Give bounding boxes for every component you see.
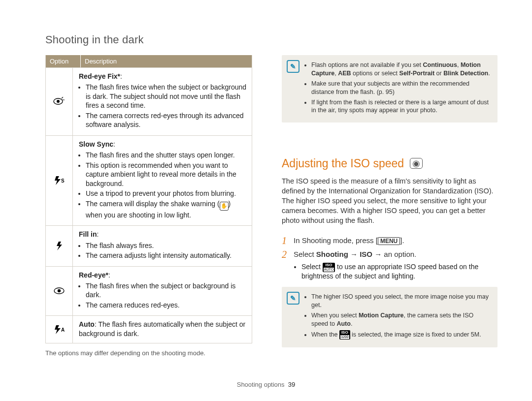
info-icon: ✎	[287, 292, 299, 305]
iso-description: The ISO speed is the measure of a film's…	[282, 176, 498, 225]
info-bullet: The higher ISO speed you select, the mor…	[311, 293, 491, 309]
option-bullet: The camera adjusts light intensity autom…	[86, 251, 247, 260]
shake-warning-icon: ✋	[220, 202, 229, 211]
option-title: Auto	[79, 320, 95, 328]
step-number: 2	[282, 249, 294, 260]
red-eye-fix-icon	[46, 68, 73, 135]
info-bullet: If light from the flash is relected or t…	[311, 98, 491, 115]
svg-text:S: S	[61, 178, 65, 184]
info-box-bottom: ✎ The higher ISO speed you select, the m…	[282, 287, 498, 347]
section-title: Shooting in the dark	[45, 33, 498, 46]
option-title: Fill in	[79, 230, 97, 238]
svg-point-4	[58, 289, 61, 292]
header-option: Option	[46, 55, 81, 67]
header-description: Description	[81, 55, 252, 67]
info-box-top: ✎ Flash options are not available if you…	[282, 55, 498, 123]
table-row: Red-eye Fix*: The flash fires twice when…	[46, 67, 252, 135]
info-bullet: Flash options are not available if you s…	[311, 61, 491, 78]
camera-mode-icon: ◉	[410, 158, 423, 169]
option-bullet: This option is recommended when you want…	[86, 161, 247, 188]
option-bullet: The flash fires and the shutter stays op…	[86, 151, 247, 159]
option-title: Red-eye Fix*	[79, 72, 120, 80]
option-description: Slow Sync: The flash fires and the shutt…	[73, 136, 252, 225]
manual-page: Shooting in the dark Option Description	[0, 0, 532, 401]
iso-3200-icon: ISO3200	[339, 330, 350, 339]
option-bullet: The flash fires when the subject or back…	[86, 281, 247, 300]
svg-text:A: A	[61, 327, 65, 333]
option-description: Red-eye Fix*: The flash fires twice when…	[73, 68, 252, 135]
right-column: ✎ Flash options are not available if you…	[282, 55, 498, 357]
page-number: 39	[288, 381, 295, 388]
step-2-sub: Select ISOAUTO to use an appropriate ISO…	[294, 263, 498, 280]
table-row: A Auto: The flash fires automatically wh…	[46, 315, 252, 343]
option-title: Red-eye*	[79, 271, 108, 279]
steps-list: 1 In Shooting mode, press [MENU]. 2 Sele…	[282, 235, 498, 260]
option-description: Fill in: The flash always fires. The cam…	[73, 226, 252, 266]
menu-button-label: MENU	[378, 237, 400, 245]
info-bullet: When you select Motion Capture, the came…	[311, 311, 491, 328]
info-icon: ✎	[287, 60, 299, 73]
option-bullet: The camera will display the shake warnin…	[86, 199, 247, 219]
fill-in-icon	[46, 226, 73, 266]
page-footer: Shooting options 39	[0, 381, 532, 388]
option-title: Slow Sync	[79, 140, 113, 148]
option-bullet: The flash always fires.	[86, 241, 247, 250]
step-1: 1 In Shooting mode, press [MENU].	[282, 235, 498, 246]
table-footnote: The options may differ depending on the …	[45, 349, 252, 357]
slow-sync-icon: S	[46, 136, 73, 225]
table-row: S Slow Sync: The flash fires and the shu…	[46, 135, 252, 225]
step-body: Select Shooting → ISO → an option.	[294, 249, 498, 260]
info-bullet: When the ISO3200 is selected, the image …	[311, 330, 491, 339]
option-description: Red-eye*: The flash fires when the subje…	[73, 267, 252, 316]
table-header: Option Description	[46, 55, 252, 67]
option-bullet: Use a tripod to prevent your photos from…	[86, 189, 247, 198]
option-inline-text: : The flash fires automatically when the…	[79, 320, 245, 337]
svg-point-1	[57, 100, 60, 103]
iso-heading: Adjusting the ISO speed ◉	[282, 157, 498, 170]
auto-flash-icon: A	[46, 316, 73, 343]
red-eye-icon	[46, 267, 73, 316]
step-body: In Shooting mode, press [MENU].	[294, 235, 498, 246]
two-column-layout: Option Description Red-eye Fix*:	[45, 55, 498, 357]
option-bullet: The camera reduces red-eyes.	[86, 301, 247, 309]
table-row: Red-eye*: The flash fires when the subje…	[46, 266, 252, 316]
option-bullet: The camera corrects red-eyes through its…	[86, 111, 247, 129]
left-column: Option Description Red-eye Fix*:	[45, 55, 252, 357]
footer-label: Shooting options	[237, 381, 285, 388]
step-number: 1	[282, 235, 294, 246]
iso-auto-icon: ISOAUTO	[323, 263, 335, 272]
sub-bullet: Select ISOAUTO to use an appropriate ISO…	[301, 263, 498, 280]
table-row: Fill in: The flash always fires. The cam…	[46, 225, 252, 266]
options-table: Option Description Red-eye Fix*:	[45, 55, 252, 343]
option-description: Auto: The flash fires automatically when…	[73, 316, 252, 343]
step-2: 2 Select Shooting → ISO → an option.	[282, 249, 498, 260]
info-bullet: Make sure that your subjects are within …	[311, 80, 491, 96]
option-bullet: The flash fires twice when the subject o…	[86, 83, 247, 110]
